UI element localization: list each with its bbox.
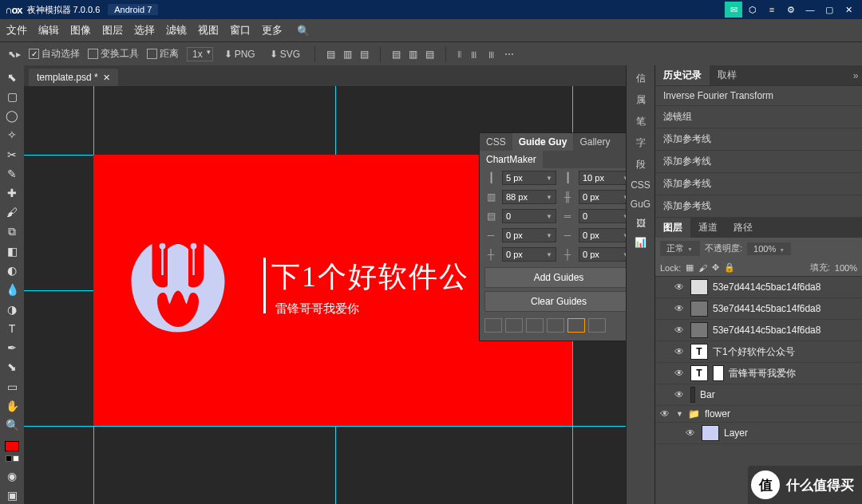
lock-transparent-icon[interactable]: ▦: [686, 262, 694, 273]
history-tab[interactable]: 历史记录: [655, 65, 710, 85]
background-color[interactable]: [6, 455, 19, 462]
preset-4[interactable]: [547, 318, 564, 333]
expand-icon[interactable]: ▼: [676, 410, 683, 418]
brush-tool[interactable]: 🖌: [2, 204, 22, 221]
layer-row[interactable]: 👁T下1个好软件公众号: [655, 341, 862, 363]
transform-checkbox[interactable]: 变换工具: [88, 47, 139, 61]
panel-shortcut-histogram-icon[interactable]: 📊: [635, 237, 646, 248]
panel-tab-chartmaker[interactable]: ChartMaker: [480, 151, 543, 168]
layers-tab[interactable]: 图层: [655, 218, 690, 238]
eyedropper-tool[interactable]: ✎: [2, 165, 22, 182]
visibility-icon[interactable]: 👁: [674, 303, 686, 314]
maximize-button[interactable]: ▢: [820, 2, 838, 18]
hoff-input[interactable]: 0 px: [502, 247, 556, 262]
align-top-icon[interactable]: ▤: [392, 49, 401, 60]
right-input[interactable]: 10 px: [579, 171, 626, 185]
layer-row[interactable]: 👁Bar: [655, 384, 862, 406]
voff-input[interactable]: 0 px: [579, 247, 626, 262]
menu-image[interactable]: 图像: [70, 23, 91, 37]
visibility-icon[interactable]: 👁: [674, 282, 686, 293]
menu-file[interactable]: 文件: [6, 23, 27, 37]
rowgutter-input[interactable]: 0: [579, 209, 626, 223]
layer-row[interactable]: 👁T雷锋哥哥我爱你: [655, 363, 862, 384]
preset-1[interactable]: [484, 318, 502, 333]
left-input[interactable]: 5 px: [502, 171, 556, 185]
visibility-icon[interactable]: 👁: [686, 427, 697, 439]
panel-tab-guideguy[interactable]: Guide Guy: [512, 133, 574, 151]
distribute-v-icon[interactable]: ⫼: [469, 49, 479, 60]
zoom-dropdown[interactable]: 1x: [187, 47, 213, 61]
visibility-icon[interactable]: 👁: [674, 389, 686, 400]
menu-view[interactable]: 视图: [198, 23, 219, 37]
guide-guy-panel[interactable]: CSS Guide Guy Gallery ChartMaker ┃5 px┃1…: [479, 132, 626, 341]
lasso-tool[interactable]: ◯: [2, 108, 22, 124]
menu-layer[interactable]: 图层: [102, 23, 123, 37]
preset-3[interactable]: [526, 318, 544, 333]
bottom-input[interactable]: 0 px: [579, 228, 626, 242]
move-tool[interactable]: ⬉: [2, 69, 22, 85]
clear-guides-button[interactable]: Clear Guides: [484, 291, 626, 312]
layer-row[interactable]: 👁Layer: [655, 423, 862, 444]
menu-more[interactable]: 更多: [262, 23, 283, 37]
history-item[interactable]: 添加参考线: [655, 173, 862, 195]
preset-6[interactable]: [588, 318, 606, 333]
menu-filter[interactable]: 滤镜: [166, 23, 187, 37]
blend-mode-dropdown[interactable]: 正常: [660, 241, 700, 256]
align-center-v-icon[interactable]: ▥: [409, 49, 417, 60]
wand-tool[interactable]: ✧: [2, 127, 22, 144]
minimize-button[interactable]: —: [801, 2, 819, 18]
visibility-icon[interactable]: 👁: [674, 325, 686, 336]
message-button[interactable]: ✉: [725, 2, 742, 18]
align-left-icon[interactable]: ▤: [326, 49, 335, 60]
more-align-icon[interactable]: ⋯: [504, 49, 514, 60]
blur-tool[interactable]: 💧: [2, 282, 22, 298]
layer-folder-row[interactable]: 👁▼📁flower: [655, 406, 862, 423]
distance-checkbox[interactable]: 距离: [147, 47, 179, 61]
fill-input[interactable]: 100%: [835, 263, 857, 273]
move-tool-icon[interactable]: ⬉▸: [8, 49, 21, 60]
hand-tool[interactable]: ✋: [2, 397, 22, 414]
document-tab[interactable]: template.psd * ✕: [29, 69, 118, 86]
stamp-tool[interactable]: ⧉: [2, 223, 22, 240]
lock-pixels-icon[interactable]: 🖌: [698, 263, 707, 273]
align-right-icon[interactable]: ▤: [360, 49, 369, 60]
quickmask-tool[interactable]: ◉: [2, 467, 22, 484]
opacity-input[interactable]: 100%: [747, 242, 791, 255]
panel-shortcut-props[interactable]: 属: [636, 93, 646, 107]
path-tool[interactable]: ⬊: [2, 359, 22, 376]
guide-horizontal[interactable]: [24, 426, 626, 427]
crop-tool[interactable]: ✂: [2, 146, 22, 163]
panel-shortcut-brush[interactable]: 笔: [636, 115, 646, 128]
visibility-icon[interactable]: 👁: [674, 346, 686, 357]
close-button[interactable]: ✕: [840, 2, 857, 18]
distribute-spacing-icon[interactable]: ⫼: [487, 49, 496, 60]
dodge-tool[interactable]: ◑: [2, 301, 22, 317]
shape-tool[interactable]: ▭: [2, 378, 22, 395]
history-item[interactable]: 滤镜组: [655, 106, 862, 128]
menu-select[interactable]: 选择: [134, 23, 155, 37]
panel-shortcut-char[interactable]: 字: [636, 136, 646, 150]
gutter-input[interactable]: 0 px: [579, 190, 626, 204]
panel-shortcut-image-icon[interactable]: 🖼: [636, 218, 646, 229]
preset-5[interactable]: [567, 318, 585, 333]
swatches-tab[interactable]: 取样: [710, 65, 745, 85]
layer-row[interactable]: 👁53e7d4414c5bac14f6da8: [655, 320, 862, 341]
add-guides-button[interactable]: Add Guides: [484, 267, 626, 288]
search-icon[interactable]: 🔍: [297, 25, 310, 37]
screenmode-tool[interactable]: ▣: [2, 487, 22, 504]
eraser-tool[interactable]: ◧: [2, 242, 22, 259]
visibility-icon[interactable]: 👁: [674, 368, 686, 379]
extensions-button[interactable]: ⬡: [744, 2, 761, 18]
panel-tab-css[interactable]: CSS: [480, 133, 512, 151]
collapse-icon[interactable]: »: [849, 65, 862, 85]
zoom-tool[interactable]: 🔍: [2, 417, 22, 434]
layer-row[interactable]: 👁53e7d4414c5bac14f6da8: [655, 298, 862, 320]
export-png-button[interactable]: ⬇ PNG: [221, 47, 259, 61]
menu-edit[interactable]: 编辑: [38, 23, 59, 37]
cols-input[interactable]: 88 px: [502, 190, 556, 204]
preset-2[interactable]: [505, 318, 523, 333]
panel-shortcut-gug[interactable]: GuG: [631, 199, 650, 210]
menu-button[interactable]: ≡: [763, 2, 781, 18]
export-svg-button[interactable]: ⬇ SVG: [267, 47, 303, 61]
lock-position-icon[interactable]: ✥: [712, 262, 719, 273]
